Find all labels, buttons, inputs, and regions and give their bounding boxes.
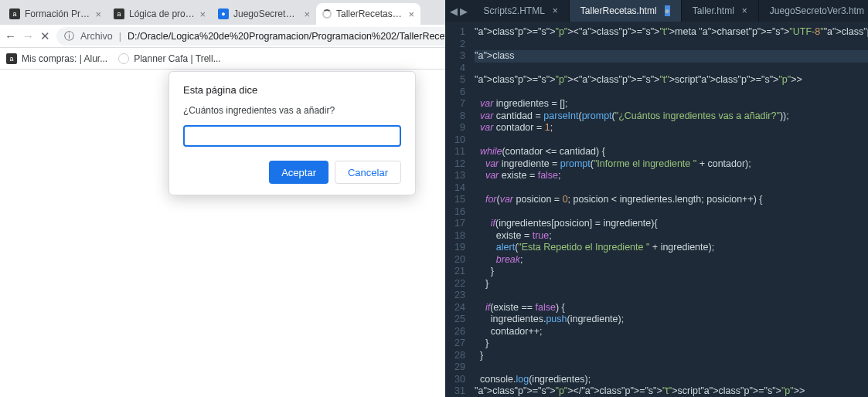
editor-tabstrip: ◀ ▶ Scripts2.HTML × TallerRecetas.html ●… [445, 0, 868, 22]
editor-tab[interactable]: Scripts2.HTML × [472, 0, 569, 22]
page-viewport: Esta página dice ¿Cuántos ingredientes v… [0, 70, 445, 397]
browser-tab-active[interactable]: TallerRecetas.html × [316, 3, 420, 25]
editor-tab-label: JuegoSecretoVer3.htm [770, 5, 864, 16]
line-number-gutter: 1234567891011121314151617181920212223242… [445, 22, 471, 397]
code-area[interactable]: "a">class"p">="s">"p"><"a">class"p">="s"… [471, 22, 868, 397]
browser-tab[interactable]: a Formación Principiante × [3, 3, 107, 25]
bookmark-icon [118, 53, 129, 64]
dialog-title: Esta página dice [183, 84, 401, 96]
close-icon[interactable]: × [553, 5, 558, 16]
favicon-icon: a [9, 8, 20, 19]
tab-label: Formación Principiante [25, 8, 90, 19]
editor-tab-label: TallerRecetas.html [580, 5, 657, 16]
bookmark-label: Planner Cafa | Trell... [134, 53, 221, 64]
prompt-input[interactable] [183, 125, 401, 147]
editor-tab-label: Scripts2.HTML [483, 5, 544, 16]
accept-button[interactable]: Aceptar [269, 161, 328, 184]
close-icon[interactable]: × [199, 8, 206, 20]
browser-tab[interactable]: ● JuegoSecretoVer3.html × [212, 3, 316, 25]
bookmark-icon: a [6, 53, 17, 64]
address-bar[interactable]: ⓘ Archivo | D:/Oracle/Logica%20de%20Prog… [56, 27, 486, 46]
editor-body[interactable]: 1234567891011121314151617181920212223242… [445, 22, 868, 397]
dialog-message: ¿Cuántos ingredientes vas a añadir? [183, 105, 401, 116]
tab-scroll-arrows[interactable]: ◀ ▶ [445, 5, 472, 17]
url-scheme: Archivo [80, 31, 113, 42]
forward-icon[interactable]: → [22, 29, 34, 43]
code-editor: ◀ ▶ Scripts2.HTML × TallerRecetas.html ●… [445, 0, 868, 397]
stop-reload-icon[interactable]: ✕ [40, 29, 50, 43]
tab-label: Lógica de programació [129, 8, 195, 19]
browser-tabstrip: a Formación Principiante × a Lógica de p… [0, 0, 445, 25]
browser-tab[interactable]: a Lógica de programació × [107, 3, 212, 25]
dialog-buttons: Aceptar Cancelar [183, 161, 401, 184]
site-info-icon[interactable]: ⓘ [64, 29, 74, 43]
editor-tab[interactable]: Taller.html × [682, 0, 759, 22]
bookmark-item[interactable]: Planner Cafa | Trell... [118, 53, 221, 64]
url-separator: | [119, 31, 121, 42]
back-icon[interactable]: ← [5, 29, 16, 43]
editor-tab-label: Taller.html [693, 5, 734, 16]
bookmarks-bar: a Mis compras: | Alur... Planner Cafa | … [0, 48, 445, 70]
favicon-icon: a [114, 8, 124, 19]
close-icon[interactable]: × [95, 8, 101, 20]
js-prompt-dialog: Esta página dice ¿Cuántos ingredientes v… [168, 71, 416, 195]
close-icon[interactable]: × [408, 8, 414, 20]
dirty-indicator-icon[interactable]: ● [665, 5, 670, 16]
close-icon[interactable]: × [742, 5, 747, 16]
url-path: D:/Oracle/Logica%20de%20Programacion/Pro… [128, 31, 478, 42]
editor-tab-active[interactable]: TallerRecetas.html ● [570, 0, 682, 22]
favicon-icon: ● [218, 8, 229, 19]
browser-toolbar: ← → ✕ ⓘ Archivo | D:/Oracle/Logica%20de%… [0, 25, 445, 48]
browser-window: a Formación Principiante × a Lógica de p… [0, 0, 445, 397]
tab-label: JuegoSecretoVer3.html [233, 8, 299, 19]
cancel-button[interactable]: Cancelar [335, 161, 401, 184]
tab-label: TallerRecetas.html [336, 8, 403, 19]
bookmark-label: Mis compras: | Alur... [22, 53, 107, 64]
loading-spinner-icon [322, 9, 332, 19]
bookmark-item[interactable]: a Mis compras: | Alur... [6, 53, 107, 64]
editor-tab[interactable]: JuegoSecretoVer3.htm [759, 0, 868, 22]
close-icon[interactable]: × [304, 8, 310, 20]
